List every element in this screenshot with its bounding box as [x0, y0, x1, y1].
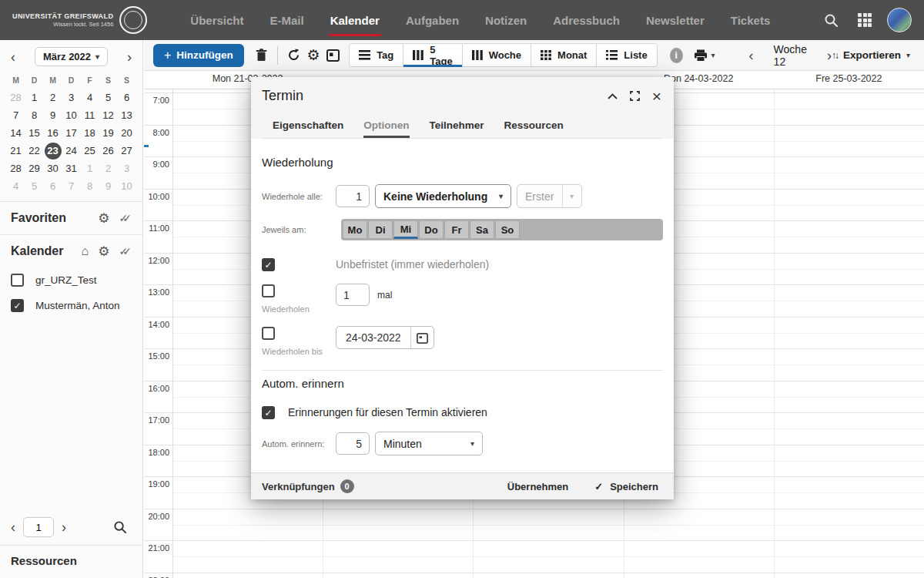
- weekday-button-so[interactable]: So: [495, 220, 520, 239]
- minical-next-button[interactable]: ›: [127, 50, 132, 64]
- minical-day[interactable]: 15: [26, 125, 43, 142]
- dialog-tab-optionen[interactable]: Optionen: [363, 119, 409, 138]
- minical-day[interactable]: 28: [8, 89, 25, 106]
- calendar-list-item[interactable]: gr_URZ_Test: [0, 267, 142, 293]
- minical-day[interactable]: 23: [45, 143, 62, 160]
- view-button-tag[interactable]: Tag: [349, 43, 403, 67]
- minical-day[interactable]: 1: [82, 160, 99, 177]
- nav-tab-tickets[interactable]: Tickets: [731, 0, 770, 40]
- minical-day[interactable]: 11: [82, 107, 99, 124]
- view-button-monat[interactable]: Monat: [531, 43, 597, 67]
- reminder-amount-input[interactable]: [336, 432, 370, 455]
- minical-day[interactable]: 27: [119, 143, 136, 160]
- minical-day[interactable]: 17: [63, 125, 80, 142]
- apply-button[interactable]: Übernehmen: [507, 481, 568, 492]
- minical-day[interactable]: 6: [45, 178, 62, 195]
- app-launcher-icon[interactable]: [858, 13, 872, 27]
- page-number-input[interactable]: [23, 517, 54, 537]
- dialog-tab-ressourcen[interactable]: Ressourcen: [504, 119, 564, 138]
- sidebar-search-icon[interactable]: [109, 516, 132, 539]
- calendar-list-item[interactable]: ✓Mustermän, Anton: [0, 293, 142, 318]
- minical-day[interactable]: 4: [82, 89, 99, 106]
- nav-tab-aufgaben[interactable]: Aufgaben: [406, 0, 459, 40]
- minical-day[interactable]: 26: [100, 143, 117, 160]
- reminder-enable-checkbox[interactable]: ✓: [262, 406, 275, 419]
- minical-day[interactable]: 4: [8, 178, 25, 195]
- minical-day[interactable]: 8: [26, 107, 43, 124]
- repeat-count-checkbox[interactable]: [262, 284, 275, 297]
- weekday-button-mi[interactable]: Mi: [393, 220, 418, 239]
- calendars-select-all-icon[interactable]: ✓✓: [119, 245, 132, 257]
- minical-day[interactable]: 28: [8, 160, 25, 177]
- minical-day[interactable]: 3: [119, 160, 136, 177]
- nav-tab-notizen[interactable]: Notizen: [485, 0, 527, 40]
- unlimited-checkbox[interactable]: ✓: [262, 258, 275, 271]
- info-icon[interactable]: i: [670, 48, 683, 63]
- minical-day[interactable]: 2: [45, 89, 62, 106]
- maximize-icon[interactable]: [630, 91, 640, 101]
- minical-day[interactable]: 7: [63, 178, 80, 195]
- minical-day[interactable]: 14: [8, 125, 25, 142]
- weekday-button-mo[interactable]: Mo: [343, 220, 367, 239]
- save-button[interactable]: ✓ Speichern: [594, 481, 658, 492]
- view-button-5-tage[interactable]: 5 Tage: [403, 43, 462, 67]
- links-button[interactable]: Verknüpfungen 0: [262, 479, 354, 493]
- calendar-checkbox[interactable]: [11, 274, 24, 287]
- minical-day[interactable]: 5: [100, 89, 117, 106]
- nav-tab-adressbuch[interactable]: Adressbuch: [553, 0, 620, 40]
- day-header[interactable]: Fre 25-03-2022: [815, 73, 882, 84]
- nav-tab-kalender[interactable]: Kalender: [330, 0, 380, 40]
- minical-day[interactable]: 21: [8, 143, 25, 160]
- datepicker-icon[interactable]: [410, 327, 434, 348]
- goto-today-icon[interactable]: [323, 44, 343, 67]
- delete-icon[interactable]: [252, 44, 271, 67]
- minical-day[interactable]: 9: [45, 107, 62, 124]
- minical-day[interactable]: 5: [26, 178, 43, 195]
- close-icon[interactable]: ×: [652, 88, 661, 104]
- minical-day[interactable]: 18: [82, 125, 99, 142]
- refresh-icon[interactable]: [284, 44, 303, 67]
- calendar-checkbox[interactable]: ✓: [11, 299, 24, 312]
- nav-tab-bersicht[interactable]: Übersicht: [190, 0, 243, 40]
- minical-day[interactable]: 8: [82, 178, 99, 195]
- dialog-tab-teilnehmer[interactable]: Teilnehmer: [430, 119, 484, 138]
- pager-next-button[interactable]: ›: [62, 520, 66, 534]
- frequency-select[interactable]: Keine Wiederholung ▾: [375, 184, 511, 208]
- pager-prev-button[interactable]: ‹: [11, 520, 15, 534]
- minical-day[interactable]: 10: [119, 178, 136, 195]
- previous-week-button[interactable]: ‹: [749, 49, 754, 62]
- search-icon[interactable]: [819, 8, 842, 32]
- repeat-interval-input[interactable]: [336, 185, 370, 207]
- repeat-until-checkbox[interactable]: [262, 327, 275, 340]
- minical-day[interactable]: 6: [119, 89, 136, 106]
- view-button-liste[interactable]: Liste: [596, 43, 657, 67]
- reminder-unit-select[interactable]: Minuten ▾: [375, 432, 483, 455]
- minical-day[interactable]: 1: [26, 89, 43, 106]
- minical-day[interactable]: 9: [100, 178, 117, 195]
- settings-gear-icon[interactable]: ⚙: [303, 44, 323, 67]
- minical-day[interactable]: 16: [45, 125, 62, 142]
- weekday-button-do[interactable]: Do: [419, 220, 444, 239]
- minical-day[interactable]: 19: [100, 125, 117, 142]
- until-date-value[interactable]: 24-03-2022: [336, 327, 410, 348]
- repeat-count-input[interactable]: [336, 284, 370, 306]
- minical-day[interactable]: 24: [63, 143, 80, 160]
- weekday-button-di[interactable]: Di: [368, 220, 393, 239]
- minical-day[interactable]: 13: [119, 107, 136, 124]
- minical-day[interactable]: 20: [119, 125, 136, 142]
- minical-day[interactable]: 3: [63, 89, 80, 106]
- minical-day[interactable]: 30: [45, 160, 62, 177]
- minical-day[interactable]: 10: [63, 107, 80, 124]
- minical-day[interactable]: 31: [63, 160, 80, 177]
- calendars-settings-icon[interactable]: ⚙: [98, 245, 109, 258]
- weekday-button-sa[interactable]: Sa: [470, 220, 494, 239]
- minical-day[interactable]: 7: [8, 107, 25, 124]
- collapse-icon[interactable]: [608, 93, 618, 99]
- minical-month-button[interactable]: März 2022 ▾: [35, 47, 108, 66]
- add-appointment-button[interactable]: + Hinzufügen: [153, 44, 244, 67]
- minical-day[interactable]: 25: [82, 143, 99, 160]
- view-button-woche[interactable]: Woche: [462, 43, 531, 67]
- favorites-settings-icon[interactable]: ⚙: [98, 212, 109, 225]
- favorites-select-all-icon[interactable]: ✓✓: [119, 212, 132, 224]
- user-avatar[interactable]: [887, 8, 912, 32]
